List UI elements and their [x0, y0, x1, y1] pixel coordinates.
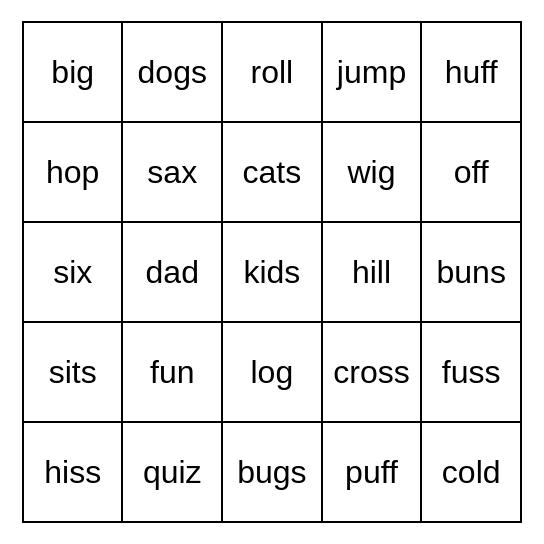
grid-cell-3-3: cross: [322, 322, 422, 422]
grid-cell-1-2: cats: [222, 122, 322, 222]
grid-cell-2-2: kids: [222, 222, 322, 322]
grid-cell-3-2: log: [222, 322, 322, 422]
table-row: sixdadkidshillbuns: [23, 222, 521, 322]
grid-cell-1-0: hop: [23, 122, 122, 222]
grid-cell-3-4: fuss: [421, 322, 521, 422]
table-row: bigdogsrolljumphuff: [23, 22, 521, 122]
grid-cell-2-1: dad: [122, 222, 222, 322]
grid-cell-2-3: hill: [322, 222, 422, 322]
grid-cell-0-3: jump: [322, 22, 422, 122]
grid-cell-3-0: sits: [23, 322, 122, 422]
table-row: sitsfunlogcrossfuss: [23, 322, 521, 422]
grid-cell-3-1: fun: [122, 322, 222, 422]
grid-cell-0-0: big: [23, 22, 122, 122]
grid-cell-0-2: roll: [222, 22, 322, 122]
bingo-table: bigdogsrolljumphuffhopsaxcatswigoffsixda…: [22, 21, 522, 523]
grid-cell-1-4: off: [421, 122, 521, 222]
grid-cell-0-1: dogs: [122, 22, 222, 122]
grid-cell-0-4: huff: [421, 22, 521, 122]
grid-cell-1-1: sax: [122, 122, 222, 222]
grid-cell-4-2: bugs: [222, 422, 322, 522]
table-row: hopsaxcatswigoff: [23, 122, 521, 222]
grid-cell-4-3: puff: [322, 422, 422, 522]
table-row: hissquizbugspuffcold: [23, 422, 521, 522]
grid-cell-2-0: six: [23, 222, 122, 322]
grid-cell-4-4: cold: [421, 422, 521, 522]
grid-cell-4-0: hiss: [23, 422, 122, 522]
grid-cell-2-4: buns: [421, 222, 521, 322]
grid-cell-4-1: quiz: [122, 422, 222, 522]
grid-cell-1-3: wig: [322, 122, 422, 222]
